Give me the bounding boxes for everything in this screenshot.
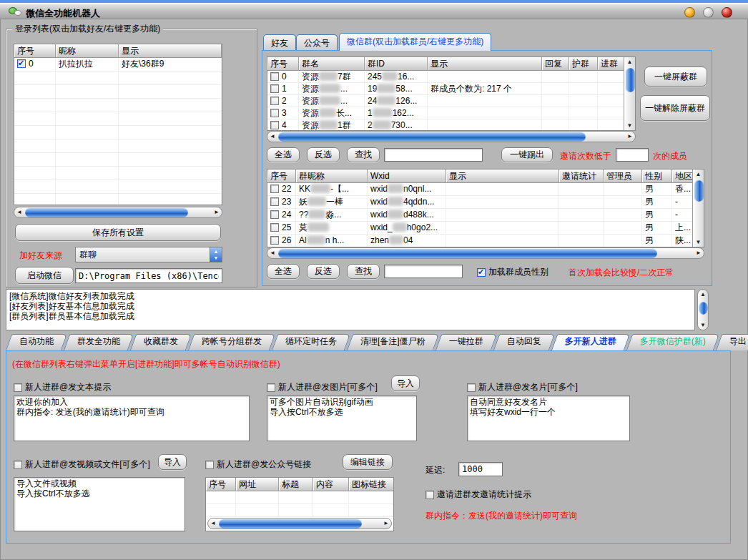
group-row[interactable]: 2 资源... 24126... xyxy=(267,95,635,107)
checkbox-icon[interactable] xyxy=(205,461,214,469)
group-table-vscrollbar[interactable]: ▲ ▼ xyxy=(624,57,635,130)
members-table[interactable]: 序号 群昵称 Wxid 显示 邀请统计 管理员 性别 地区 22 KK-【...… xyxy=(267,169,704,247)
unblock-groups-button[interactable]: 一键解除屏蔽群 xyxy=(640,95,710,121)
checkbox-icon[interactable] xyxy=(467,383,476,392)
member-row[interactable]: 25 莫 wxid_h0go2... 男 上... xyxy=(267,222,704,235)
card-tip-checkbox[interactable]: 新人进群@发名片[可多个] xyxy=(467,381,578,393)
scroll-left-icon[interactable]: ◄ xyxy=(208,519,218,529)
text-tip-textarea[interactable]: 欢迎你的加入 群内指令: 发送(我的邀请统计)即可查询 xyxy=(14,396,250,441)
scroll-right-icon[interactable]: ► xyxy=(694,248,704,258)
member-row[interactable]: 24 ??淼... wxidd488k... 男 - xyxy=(267,209,704,222)
text-tip-checkbox[interactable]: 新人进群@发文本提示 xyxy=(14,381,111,393)
members-find-button[interactable]: 查找 xyxy=(347,264,380,279)
group-row-checkbox[interactable] xyxy=(270,97,279,105)
login-row-checkbox[interactable] xyxy=(17,59,26,68)
kick-members-button[interactable]: 一键踢出 xyxy=(501,147,553,162)
tab-loop-timer-tasks[interactable]: 循环定时任务 xyxy=(275,334,348,350)
scroll-left-icon[interactable]: ◄ xyxy=(14,207,24,217)
groups-invert-select-button[interactable]: 反选 xyxy=(307,147,340,162)
login-list[interactable]: 序号 昵称 显示 0 扒拉扒拉 好友\36群9 xyxy=(14,44,222,205)
member-row[interactable]: 23 妖一棒 wxid4qddn... 男 - xyxy=(267,196,704,209)
login-row[interactable]: 0 扒拉扒拉 好友\36群9 xyxy=(14,58,222,72)
tab-auto-functions[interactable]: 自动功能 xyxy=(9,334,64,350)
scroll-up-icon[interactable]: ▲ xyxy=(624,57,635,67)
tab-official-accounts[interactable]: 公众号 xyxy=(296,34,338,51)
tab-newcomer-join-group[interactable]: 多开新人进群 xyxy=(554,334,627,350)
scroll-up-icon[interactable]: ▲ xyxy=(698,290,708,299)
group-row[interactable]: 4 资源1群 2730... xyxy=(267,119,635,131)
group-row-checkbox[interactable] xyxy=(270,72,279,81)
group-row-checkbox[interactable] xyxy=(270,109,279,117)
invite-stat-checkbox[interactable]: 邀请进群发邀请统计提示 xyxy=(425,488,531,501)
tab-friends[interactable]: 好友 xyxy=(263,34,296,51)
wechat-path-input[interactable] xyxy=(75,268,222,283)
checkbox-icon[interactable] xyxy=(267,383,275,392)
tab-mass-send[interactable]: 群发全功能 xyxy=(67,334,131,350)
link-table-hscrollbar[interactable]: ◄ ► xyxy=(207,518,392,529)
image-tip-checkbox[interactable]: 新人进群@发图片[可多个] xyxy=(267,381,378,393)
save-all-settings-button[interactable]: 保存所有设置 xyxy=(15,224,221,241)
member-row-checkbox[interactable] xyxy=(270,197,279,206)
tab-one-key-pull-group[interactable]: 一键拉群 xyxy=(438,334,494,350)
member-row-checkbox[interactable] xyxy=(270,185,279,193)
member-row-checkbox[interactable] xyxy=(270,236,279,245)
link-table[interactable]: 序号 网址 标题 内容 图标链接 ◄ ► xyxy=(205,477,394,531)
checkbox-icon[interactable] xyxy=(14,461,22,469)
image-tip-textarea[interactable]: 可多个图片自动识别gif动画 导入按Ctrl不放多选 xyxy=(267,396,417,441)
groups-select-all-button[interactable]: 全选 xyxy=(267,147,300,162)
tab-clean-zombie-fans[interactable]: 清理[备注]僵尸粉 xyxy=(350,334,436,350)
minimize-button[interactable] xyxy=(684,7,695,18)
scroll-left-icon[interactable]: ◄ xyxy=(267,248,277,258)
member-row-checkbox[interactable] xyxy=(270,210,279,219)
scroll-up-icon[interactable]: ▲ xyxy=(693,170,704,179)
member-row[interactable]: 26 Aln h... zhen04 男 陕... xyxy=(267,235,704,247)
video-tip-checkbox[interactable]: 新人进群@发视频或文件[可多个] xyxy=(14,458,150,471)
tab-wechat-groups[interactable]: 微信群(双击加载群员/右键更多功能) xyxy=(339,33,491,51)
group-row[interactable]: 3 资源长... 1162... xyxy=(267,107,635,119)
scroll-down-icon[interactable]: ▼ xyxy=(693,237,704,247)
login-list-hscrollbar[interactable]: ◄ ► xyxy=(14,207,222,218)
members-invert-select-button[interactable]: 反选 xyxy=(307,264,340,279)
link-tip-checkbox[interactable]: 新人进群@发公众号链接 xyxy=(205,458,311,471)
log-vscrollbar[interactable]: ▲ ▼ xyxy=(697,289,709,330)
delay-input[interactable] xyxy=(458,462,503,476)
group-row-checkbox[interactable] xyxy=(270,121,279,129)
checkbox-icon[interactable] xyxy=(14,383,22,392)
group-row[interactable]: 0 资源7群 24516... xyxy=(267,71,635,83)
combo-spinner-icon[interactable]: ▲▼ xyxy=(210,247,222,262)
scroll-right-icon[interactable]: ► xyxy=(381,519,391,529)
scroll-down-icon[interactable]: ▼ xyxy=(624,121,635,130)
tab-guard-group-new[interactable]: 多开微信护群(新) xyxy=(629,334,717,350)
kick-threshold-input[interactable] xyxy=(616,148,649,162)
members-select-all-button[interactable]: 全选 xyxy=(267,264,300,279)
tab-export[interactable]: 导出 xyxy=(719,334,748,350)
members-table-hscrollbar[interactable]: ◄ ► xyxy=(267,247,704,259)
close-button[interactable] xyxy=(722,7,732,18)
edit-link-button[interactable]: 编辑链接 xyxy=(343,454,393,470)
member-row-checkbox[interactable] xyxy=(270,223,279,232)
maximize-button[interactable] xyxy=(703,7,714,18)
members-table-vscrollbar[interactable]: ▲ ▼ xyxy=(692,170,704,247)
friend-source-select[interactable]: 群聊 ▲▼ xyxy=(75,247,222,262)
groups-find-button[interactable]: 查找 xyxy=(347,147,380,162)
tab-auto-reply[interactable]: 自动回复 xyxy=(496,334,552,350)
checkbox-checked-icon[interactable] xyxy=(477,268,486,277)
import-video-button[interactable]: 导入 xyxy=(158,454,187,470)
card-tip-textarea[interactable]: 自动同意好友发名片 填写好友wxid一行一个 xyxy=(467,396,630,441)
member-row[interactable]: 22 KK-【... wxidn0qnl... 男 香... xyxy=(267,183,704,196)
scroll-left-icon[interactable]: ◄ xyxy=(267,132,277,142)
groups-find-input[interactable] xyxy=(384,148,483,162)
group-row[interactable]: 1 资源... 1958... 群成员个数为: 217 个 xyxy=(267,83,635,95)
group-table[interactable]: 序号 群名 群ID 显示 回复 护群 进群 0 资源7群 24516... 1 … xyxy=(267,57,636,131)
block-groups-button[interactable]: 一键屏蔽群 xyxy=(644,67,707,87)
group-table-hscrollbar[interactable]: ◄ ► xyxy=(267,131,636,142)
scroll-right-icon[interactable]: ► xyxy=(625,132,635,142)
scroll-right-icon[interactable]: ► xyxy=(212,207,222,217)
video-tip-textarea[interactable]: 导入文件或视频 导入按Ctrl不放多选 xyxy=(14,477,185,531)
launch-wechat-button[interactable]: 启动微信 xyxy=(15,267,74,284)
scroll-down-icon[interactable]: ▼ xyxy=(698,320,708,330)
load-gender-checkbox[interactable]: 加载群成员性别 xyxy=(477,266,548,278)
members-find-input[interactable] xyxy=(384,265,463,278)
group-row-checkbox[interactable] xyxy=(270,84,279,93)
tab-cross-account-send[interactable]: 跨帐号分组群发 xyxy=(191,334,272,350)
